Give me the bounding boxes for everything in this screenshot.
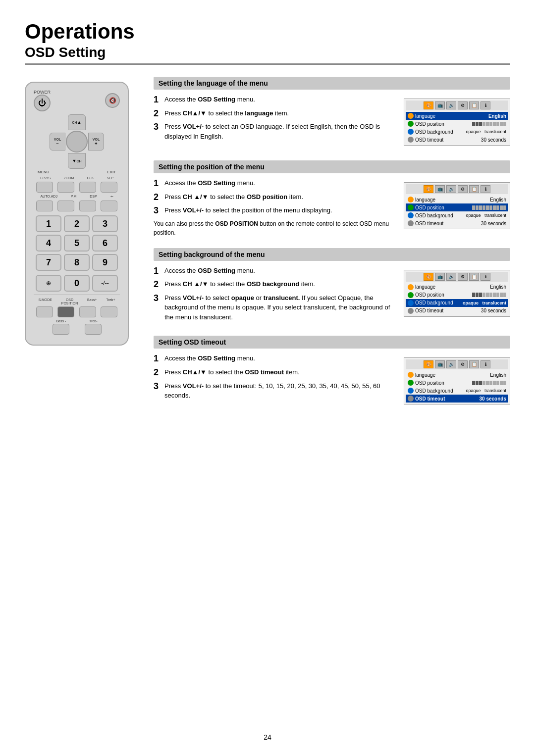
osd-panel-background: 🎨 📺 🔊 ⚙ 📋 ℹ language En	[404, 270, 510, 317]
dpad-right-button[interactable]: VOL +	[88, 133, 104, 151]
num-7-button[interactable]: 7	[36, 254, 61, 271]
num-2-button[interactable]: 2	[64, 215, 90, 232]
num-5-button[interactable]: 5	[64, 235, 90, 252]
osd-icon-dot	[408, 212, 414, 218]
remote-top-row: POWER ⏻ 🔇	[34, 90, 120, 111]
osd-icon-5: 📋	[469, 185, 479, 193]
osd-icon-1: 🎨	[424, 101, 433, 109]
osd-icon-4: ⚙	[458, 360, 468, 368]
osd-icon-dot	[408, 388, 414, 394]
dpad-up-button[interactable]: CH ▲	[68, 114, 86, 130]
osd-icon-5: 📋	[469, 360, 479, 368]
osd-panel-language: 🎨 📺 🔊 ⚙ 📋 ℹ language En	[404, 99, 510, 146]
treb-plus-button[interactable]	[101, 306, 117, 317]
step-item: 2 Press CH ▲/▼ to select the OSD backgro…	[154, 279, 399, 290]
remote-control: POWER ⏻ 🔇 CH ▲ ▼ CH VOL	[25, 82, 129, 346]
back-button[interactable]	[101, 201, 117, 211]
osd-topbar: 🎨 📺 🔊 ⚙ 📋 ℹ	[406, 272, 508, 282]
page-container: Operations OSD Setting POWER ⏻ 🔇 CH ▲	[0, 0, 535, 756]
numpad: 1 2 3 4 5 6 7 8 9	[36, 215, 118, 271]
osd-icon-dot	[408, 284, 414, 290]
num-3-button[interactable]: 3	[92, 215, 118, 232]
dpad-center	[66, 131, 88, 152]
section-position: Setting the position of the menu 1 Acces…	[154, 160, 510, 237]
step-item: 1 Access the OSD Setting menu.	[154, 95, 399, 105]
osd-icon-dot	[408, 220, 414, 226]
step-item: 3 Press VOL+/- to select opaque or trans…	[154, 293, 399, 322]
remote-bottom-section: S.MODE OSDPOSITION Bass+ Treb+ Bass - Tr…	[34, 295, 120, 335]
osd-icon-1: 🎨	[424, 360, 433, 368]
bass-plus-button[interactable]	[79, 306, 96, 317]
osd-icon-dot	[408, 308, 414, 314]
section-position-content: 1 Access the OSD Setting menu. 2 Press C…	[154, 178, 510, 237]
osd-icon-4: ⚙	[458, 101, 468, 109]
osd-icon-2: 📺	[435, 101, 445, 109]
zoom-button[interactable]	[57, 182, 74, 193]
osd-icon-1: 🎨	[424, 273, 433, 281]
csys-button[interactable]	[36, 182, 53, 193]
osd-icon-dot	[408, 121, 414, 127]
power-button[interactable]: ⏻	[34, 95, 51, 111]
step-item: 3 Press VOL+/- to set the timeout: 5, 10…	[154, 381, 399, 401]
num-6-button[interactable]: 6	[92, 235, 118, 252]
section-position-steps: 1 Access the OSD Setting menu. 2 Press C…	[154, 178, 399, 237]
section-timeout-header: Setting OSD timeout	[154, 336, 510, 349]
autoadj-button[interactable]	[36, 201, 53, 211]
step-item: 1 Access the OSD Setting menu.	[154, 353, 399, 364]
osd-row-language: language English	[406, 196, 508, 203]
clk-button[interactable]	[79, 182, 96, 193]
osd-topbar: 🎨 📺 🔊 ⚙ 📋 ℹ	[406, 101, 508, 110]
osd-icon-2: 📺	[435, 273, 445, 281]
osd-icon-4: ⚙	[458, 273, 468, 281]
buttons-row1-labels: C.SYS ZOOM CLK SLP	[34, 176, 120, 180]
content-area: Setting the language of the menu 1 Acces…	[154, 77, 510, 419]
exit-label: EXIT	[107, 170, 116, 174]
step-item: 2 Press CH▲/▼ to select the OSD timeout …	[154, 367, 399, 378]
power-section: POWER ⏻	[34, 90, 51, 111]
slp-button[interactable]	[101, 182, 117, 193]
osd-icon-3: 🔊	[446, 185, 456, 193]
bass-minus-button[interactable]	[53, 324, 69, 335]
section-language: Setting the language of the menu 1 Acces…	[154, 77, 510, 150]
dpad-left-button[interactable]: VOL −	[50, 133, 65, 151]
step-item: 3 Press VOL+/- to select an OSD language…	[154, 122, 399, 141]
mute-button[interactable]: 🔇	[105, 93, 120, 108]
osd-icon-4: ⚙	[458, 185, 468, 193]
osd-icon-dot	[408, 197, 414, 202]
smode-button[interactable]	[36, 306, 53, 317]
num-1-button[interactable]: 1	[36, 215, 61, 232]
menu-label: MENU	[38, 170, 50, 174]
step-item: 1 Access the OSD Setting menu.	[154, 266, 399, 277]
section-timeout-content: 1 Access the OSD Setting menu. 2 Press C…	[154, 353, 510, 408]
osd-row-background: OSD background opaque translucent	[406, 211, 508, 219]
dsp-button[interactable]	[79, 201, 96, 211]
dash-button[interactable]: -/--	[92, 275, 118, 292]
osd-position-button[interactable]	[57, 306, 74, 317]
osd-icon-dot	[408, 137, 414, 143]
step-item: 2 Press CH▲/▼ to select the language ite…	[154, 108, 399, 119]
osd-panel-position: 🎨 📺 🔊 ⚙ 📋 ℹ language En	[404, 182, 510, 229]
pm-button[interactable]	[57, 201, 74, 211]
position-note: You can also press the OSD POSITION butt…	[154, 219, 399, 237]
osd-icon-dot	[408, 204, 414, 210]
num-8-button[interactable]: 8	[64, 254, 90, 271]
num-4-button[interactable]: 4	[36, 235, 61, 252]
osd-row-background: OSD background opaque translucent	[406, 299, 508, 307]
osd-icon-dot	[408, 292, 414, 298]
osd-icon-2: 📺	[435, 360, 445, 368]
num-9-button[interactable]: 9	[92, 254, 118, 271]
num-0-button[interactable]: 0	[64, 275, 90, 292]
zero-row: ⊕ 0 -/--	[36, 275, 118, 292]
input-button[interactable]: ⊕	[36, 275, 61, 292]
osd-icon-1: 🎨	[424, 185, 433, 193]
osd-icon-2: 📺	[435, 185, 445, 193]
osd-row-timeout: OSD timeout 30 seconds	[406, 307, 508, 315]
dpad-down-button[interactable]: ▼ CH	[68, 153, 86, 169]
buttons-row1	[34, 182, 120, 193]
osd-row-language: language English	[406, 112, 508, 120]
step-item: 2 Press CH ▲/▼ to select the OSD positio…	[154, 192, 399, 203]
osd-icon-dot	[408, 372, 414, 378]
section-language-content: 1 Access the OSD Setting menu. 2 Press C…	[154, 95, 510, 150]
treb-minus-button[interactable]	[85, 324, 102, 335]
osd-icon-dot	[408, 129, 414, 135]
